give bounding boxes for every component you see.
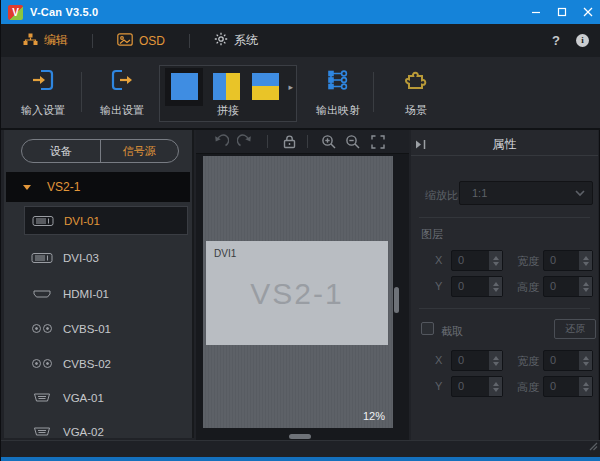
mosaic-layout-vertical-split[interactable]	[213, 73, 240, 100]
resize-grip[interactable]	[588, 437, 598, 455]
minimize-icon	[531, 7, 541, 17]
tab-signal-source[interactable]: 信号源	[100, 140, 179, 162]
lock-icon	[282, 134, 297, 149]
layer-height-value[interactable]: 0	[544, 277, 579, 296]
sidebar: 设备 信号源 VS2-1 DVI-01 DVI-03 HDMI-01	[4, 130, 194, 438]
properties-title: 属性	[411, 136, 598, 153]
crop-y-label: Y	[435, 380, 442, 392]
gear-icon	[214, 32, 228, 49]
output-mapping-label: 输出映射	[296, 103, 380, 118]
mapping-list-icon	[296, 65, 380, 95]
info-button[interactable]: i	[576, 34, 589, 47]
layer-box-dvi1[interactable]: DVI1 VS2-1	[206, 241, 388, 345]
redo-button[interactable]	[237, 134, 253, 150]
maximize-icon	[557, 7, 567, 17]
zoom-in-icon	[321, 134, 337, 150]
layer-x-input[interactable]: 0	[451, 250, 503, 271]
crop-width-value[interactable]: 0	[544, 351, 579, 370]
output-mapping-button[interactable]: 输出映射	[296, 65, 380, 118]
crop-width-label: 宽度	[517, 354, 539, 369]
layer-name: DVI1	[214, 248, 236, 259]
layer-y-stepper[interactable]	[489, 277, 502, 296]
crop-x-value[interactable]: 0	[452, 351, 489, 370]
tree-item-hdmi-01[interactable]: HDMI-01	[24, 279, 188, 308]
screen-viewport[interactable]: DVI1 VS2-1 12%	[203, 156, 393, 428]
maximize-button[interactable]	[549, 0, 575, 24]
chevron-down-icon	[575, 190, 585, 197]
close-button[interactable]	[575, 0, 600, 24]
restore-button[interactable]: 还原	[554, 319, 596, 339]
scale-ratio-select[interactable]: 1:1	[459, 181, 593, 205]
mosaic-more-arrow[interactable]: ▸	[288, 82, 293, 92]
scale-ratio-label: 缩放比	[425, 188, 458, 203]
tree-item-label: DVI-01	[64, 215, 100, 227]
menu-item-osd[interactable]: OSD	[107, 33, 175, 49]
properties-panel: 属性 缩放比 1:1 图层 X 0 宽度 0 Y 0 高度 0	[411, 130, 598, 440]
layer-width-value[interactable]: 0	[544, 251, 579, 270]
mosaic-layout-horizontal-split[interactable]	[252, 73, 279, 100]
layer-x-value[interactable]: 0	[452, 251, 489, 270]
crop-x-label: X	[435, 354, 442, 366]
layer-x-label: X	[435, 254, 442, 266]
crop-width-input[interactable]: 0	[543, 350, 593, 371]
zoom-out-button[interactable]	[345, 134, 361, 150]
canvas-area: DVI1 VS2-1 12%	[196, 130, 409, 440]
layer-y-label: Y	[435, 280, 442, 292]
lock-button[interactable]	[282, 134, 298, 150]
crop-x-input[interactable]: 0	[451, 350, 503, 371]
crop-height-value[interactable]: 0	[544, 377, 579, 396]
layer-y-input[interactable]: 0	[451, 276, 503, 297]
dvi-connector-icon	[31, 215, 55, 227]
cvbs-connector-icon	[30, 358, 54, 369]
layer-x-stepper[interactable]	[489, 251, 502, 270]
fit-screen-button[interactable]	[370, 134, 386, 150]
layer-height-label: 高度	[517, 280, 539, 295]
dvi-connector-icon	[30, 252, 54, 264]
zoom-in-button[interactable]	[321, 134, 337, 150]
tree-item-vga-01[interactable]: VGA-01	[24, 383, 188, 412]
tree-root-label: VS2-1	[47, 180, 80, 194]
output-settings-label: 输出设置	[80, 103, 164, 118]
input-settings-button[interactable]: 输入设置	[1, 65, 85, 118]
crop-height-input[interactable]: 0	[543, 376, 593, 397]
panel-divider	[419, 217, 590, 218]
layer-height-stepper[interactable]	[579, 277, 592, 296]
output-settings-button[interactable]: 输出设置	[80, 65, 164, 118]
tree-item-cvbs-01[interactable]: CVBS-01	[24, 314, 188, 343]
tree-item-dvi-01[interactable]: DVI-01	[24, 206, 188, 235]
help-button[interactable]: ?	[552, 33, 560, 48]
main-toolbar: 输入设置 输出设置 ▸ 拼接 输出映射 场景	[1, 57, 600, 130]
cvbs-connector-icon	[30, 323, 54, 334]
layer-width-stepper[interactable]	[579, 251, 592, 270]
image-icon	[117, 33, 133, 49]
sign-out-icon	[80, 65, 164, 95]
caret-down-icon[interactable]	[23, 185, 31, 190]
layer-height-input[interactable]: 0	[543, 276, 593, 297]
tree-item-label: CVBS-01	[63, 323, 111, 335]
tree-item-dvi-03[interactable]: DVI-03	[24, 243, 188, 272]
layer-y-value[interactable]: 0	[452, 277, 489, 296]
crop-y-value[interactable]: 0	[452, 377, 489, 396]
crop-width-stepper[interactable]	[579, 351, 592, 370]
tab-device[interactable]: 设备	[22, 140, 100, 162]
layer-width-input[interactable]: 0	[543, 250, 593, 271]
crop-height-stepper[interactable]	[579, 377, 592, 396]
window-controls	[523, 0, 600, 24]
crop-x-stepper[interactable]	[489, 351, 502, 370]
scene-button[interactable]: 场景	[374, 65, 458, 118]
menu-separator	[189, 34, 190, 48]
crop-y-input[interactable]: 0	[451, 376, 503, 397]
minimize-button[interactable]	[523, 0, 549, 24]
horizontal-scrollbar-thumb[interactable]	[289, 434, 311, 439]
mosaic-layout-single[interactable]	[171, 73, 198, 100]
tree-root-vs2-1[interactable]: VS2-1	[6, 172, 190, 202]
menu-item-edit[interactable]: 编辑	[13, 32, 78, 49]
crop-y-stepper[interactable]	[489, 377, 502, 396]
status-bar	[1, 440, 600, 457]
tree-item-cvbs-02[interactable]: CVBS-02	[24, 349, 188, 378]
vertical-scrollbar-thumb[interactable]	[394, 287, 399, 313]
crop-checkbox[interactable]	[421, 322, 434, 335]
menu-item-system[interactable]: 系统	[204, 32, 268, 49]
undo-button[interactable]	[213, 134, 229, 150]
redo-icon	[237, 134, 253, 149]
